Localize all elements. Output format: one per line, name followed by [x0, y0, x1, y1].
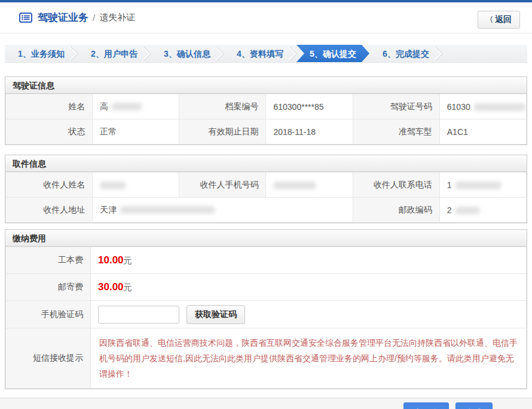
redaction-blur	[273, 182, 316, 189]
back-button-label: 返回	[495, 14, 512, 24]
redaction-blur	[111, 103, 142, 110]
production-fee-label: 工本费	[6, 247, 91, 274]
file-number-value: 610300****85	[266, 94, 353, 119]
redaction-blur	[120, 206, 215, 214]
step-3-confirm-info[interactable]: 3、确认信息	[151, 45, 224, 62]
table-row: 工本费 10.00元	[6, 247, 527, 274]
postal-code-value: 2	[439, 198, 526, 223]
license-number-label: 驾驶证号码	[353, 94, 439, 119]
expiry-date-label: 有效期止日期	[179, 119, 266, 144]
table-row: 短信接收提示 因陕西省联通、电信运营商技术问题，陕西省互联网交通安全综合服务管理…	[6, 328, 527, 389]
step-2-user-declaration[interactable]: 2、用户申告	[78, 45, 151, 62]
table-row: 手机验证码 获取验证码	[6, 301, 527, 328]
page-header: 驾驶证业务 / 遗失补证 〈返回	[0, 2, 532, 33]
table-row: 状态 正常 有效期止日期 2018-11-18 准驾车型 A1C1	[6, 119, 527, 144]
recipient-phone-value: 1	[439, 173, 526, 198]
vehicle-class-label: 准驾车型	[353, 119, 439, 144]
production-fee-unit: 元	[124, 256, 132, 265]
license-info-table: 姓名 高 档案编号 610300****85 驾驶证号码 61030 状态 正常…	[5, 94, 527, 144]
redaction-blur	[473, 103, 526, 111]
list-document-icon	[19, 13, 32, 23]
recipient-name-label: 收件人姓名	[6, 173, 93, 198]
license-number-value: 61030	[439, 94, 526, 119]
mailing-fee-label: 邮寄费	[6, 274, 91, 301]
mailing-fee-unit: 元	[124, 282, 132, 292]
status-label: 状态	[6, 119, 93, 144]
name-label: 姓名	[6, 94, 93, 119]
table-row: 收件人姓名 收件人手机号码 收件人联系电话 1	[6, 173, 527, 198]
page-title: 驾驶证业务	[38, 11, 88, 24]
redaction-blur	[455, 207, 480, 214]
production-fee-value: 10.00元	[91, 247, 527, 274]
expiry-date-value: 2018-11-18	[266, 119, 353, 144]
mailing-fee-amount: 30.00	[98, 281, 124, 293]
table-row: 姓名 高 档案编号 610300****85 驾驶证号码 61030	[6, 94, 527, 119]
name-value: 高	[93, 94, 179, 119]
recipient-phone-label: 收件人联系电话	[353, 173, 439, 198]
payment-panel: 缴纳费用 工本费 10.00元 邮寄费 30.00元 手机验证码 获取验证码 短…	[5, 229, 527, 389]
breadcrumb-separator: /	[93, 13, 95, 23]
previous-step-button[interactable]: 上一步	[403, 402, 449, 409]
production-fee-amount: 10.00	[98, 254, 124, 266]
payment-table: 工本费 10.00元 邮寄费 30.00元 手机验证码 获取验证码 短信接收提示…	[5, 247, 527, 389]
sms-code-input[interactable]	[98, 306, 179, 324]
sms-code-label: 手机验证码	[6, 301, 91, 328]
step-5-confirm-submit[interactable]: 5、确认提交	[296, 45, 369, 62]
sms-notice-text: 因陕西省联通、电信运营商技术问题，陕西省互联网交通安全综合服务管理平台无法向持陕…	[91, 328, 527, 389]
sms-code-cell: 获取验证码	[91, 301, 527, 328]
table-row: 邮寄费 30.00元	[6, 274, 527, 301]
step-6-finish-submit[interactable]: 6、完成提交	[369, 45, 442, 62]
footer-action-bar: 上一步 完成	[0, 398, 532, 409]
recipient-name-value	[93, 173, 179, 198]
step-progress-bar: 1、业务须知 2、用户申告 3、确认信息 4、资料填写 5、确认提交 6、完成提…	[5, 45, 527, 63]
back-chevron-icon: 〈	[486, 16, 493, 24]
redaction-blur	[100, 182, 126, 189]
recipient-mobile-label: 收件人手机号码	[179, 173, 266, 198]
vehicle-class-value: A1C1	[439, 119, 526, 144]
postal-code-label: 邮政编码	[353, 198, 439, 223]
status-value: 正常	[93, 119, 179, 144]
recipient-mobile-value	[266, 173, 353, 198]
sms-notice-label: 短信接收提示	[6, 328, 91, 389]
pickup-info-table: 收件人姓名 收件人手机号码 收件人联系电话 1 收件人地址 天津 邮政编码 2	[5, 172, 527, 223]
pickup-info-title: 取件信息	[5, 155, 527, 172]
redaction-blur	[455, 182, 502, 189]
license-info-panel: 驾驶证信息 姓名 高 档案编号 610300****85 驾驶证号码 61030…	[5, 76, 527, 145]
step-1-business-notice[interactable]: 1、业务须知	[5, 45, 78, 62]
license-info-title: 驾驶证信息	[5, 77, 527, 94]
mailing-fee-value: 30.00元	[91, 274, 527, 301]
recipient-address-value: 天津	[93, 198, 353, 223]
step-4-fill-material[interactable]: 4、资料填写	[224, 45, 296, 62]
file-number-label: 档案编号	[179, 94, 266, 119]
payment-title: 缴纳费用	[5, 230, 527, 247]
get-sms-code-button[interactable]: 获取验证码	[186, 305, 245, 324]
back-button[interactable]: 〈返回	[478, 11, 520, 29]
finish-button[interactable]: 完成	[455, 402, 493, 409]
recipient-address-label: 收件人地址	[6, 198, 93, 223]
pickup-info-panel: 取件信息 收件人姓名 收件人手机号码 收件人联系电话 1 收件人地址 天津 邮政…	[5, 155, 527, 223]
table-row: 收件人地址 天津 邮政编码 2	[6, 198, 527, 223]
breadcrumb-current: 遗失补证	[99, 12, 135, 23]
